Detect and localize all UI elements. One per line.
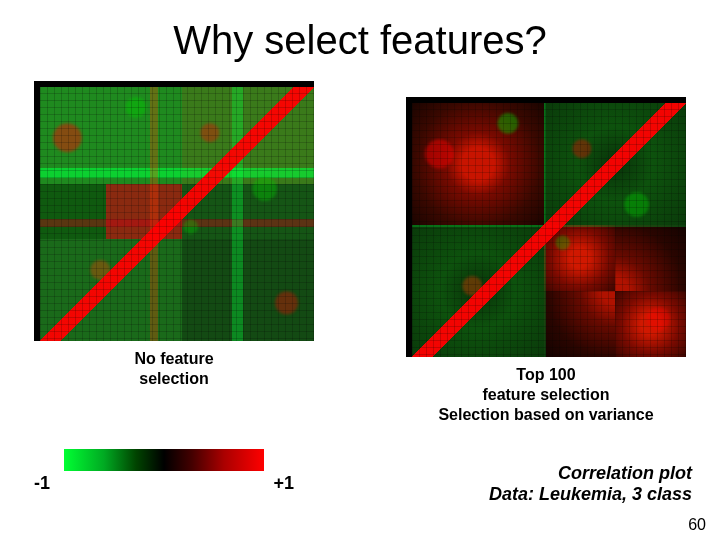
color-scale-bar-icon [64, 449, 264, 471]
plots-row: No feature selection Top 100 feature sel… [0, 63, 720, 425]
color-legend: -1 +1 [34, 449, 294, 494]
caption-text: No feature [134, 350, 213, 367]
left-plot-caption: No feature selection [134, 349, 213, 389]
caption-text: selection [139, 370, 208, 387]
correlation-heatmap-right [406, 97, 686, 357]
right-plot-column: Top 100 feature selection Selection base… [406, 81, 686, 425]
legend-labels: -1 +1 [34, 473, 294, 494]
legend-min: -1 [34, 473, 50, 494]
page-number: 60 [688, 516, 706, 534]
footnote-line: Correlation plot [558, 463, 692, 483]
caption-text: feature selection [482, 386, 609, 403]
correlation-heatmap-left [34, 81, 314, 341]
footnote-line: Data: Leukemia, 3 class [489, 484, 692, 504]
legend-max: +1 [273, 473, 294, 494]
right-plot-caption: Top 100 feature selection Selection base… [438, 365, 653, 425]
left-plot-column: No feature selection [34, 81, 314, 425]
caption-text: Top 100 [516, 366, 575, 383]
slide-title: Why select features? [0, 0, 720, 63]
footnote: Correlation plot Data: Leukemia, 3 class [489, 463, 692, 506]
caption-text: Selection based on variance [438, 406, 653, 423]
